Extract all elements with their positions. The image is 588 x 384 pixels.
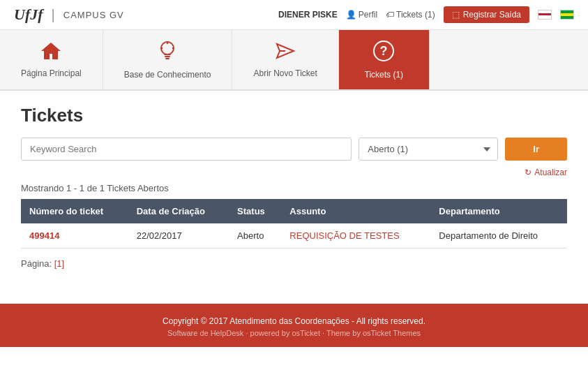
nav-knowledge-label: Base de Conhecimento (124, 70, 211, 80)
lightbulb-icon (158, 40, 177, 67)
pagination: Página: [1] (21, 258, 567, 269)
search-bar: Aberto (1) Todos Ir (21, 138, 567, 161)
home-icon (40, 41, 62, 66)
user-icon: 👤 (346, 10, 356, 20)
tag-icon: 🏷 (386, 10, 394, 20)
page-title: Tickets (21, 105, 567, 126)
svg-text:?: ? (380, 44, 388, 58)
footer-powered-by: Software de HelpDesk · powered by osTick… (14, 329, 574, 337)
subject-link[interactable]: REQUISIÇÃO DE TESTES (289, 230, 399, 241)
perfil-link[interactable]: 👤 Perfil (346, 10, 377, 20)
ticket-number-cell: 499414 (21, 223, 128, 249)
footer: Copyright © 2017 Atendimento das Coorden… (0, 304, 588, 347)
col-department: Departamento (430, 199, 567, 223)
nav-home-label: Página Principal (21, 68, 82, 78)
pagination-label: Página: (21, 258, 52, 269)
nav-item-tickets[interactable]: ? Tickets (1) (339, 30, 430, 89)
col-subject: Assunto (281, 199, 430, 223)
question-icon: ? (372, 40, 395, 67)
logo-area: UfJf | CAMPUS GV (14, 6, 124, 24)
header-right: DIENER PISKE 👤 Perfil 🏷 Tickets (1) ⬚ Re… (278, 6, 574, 23)
nav-bar: Página Principal Base de Conhecimento Ab… (0, 30, 588, 91)
department-cell: Departamento de Direito (430, 223, 567, 249)
tickets-header-link[interactable]: 🏷 Tickets (1) (386, 10, 435, 20)
logo-separator: | (52, 7, 55, 23)
status-select[interactable]: Aberto (1) Todos (359, 138, 498, 161)
nav-item-knowledge[interactable]: Base de Conhecimento (103, 30, 233, 89)
nav-tickets-label: Tickets (1) (365, 70, 404, 80)
col-ticket-number: Número do ticket (21, 199, 128, 223)
tickets-table: Número do ticket Data de Criação Status … (21, 199, 567, 249)
col-date-created: Data de Criação (128, 199, 229, 223)
flag-br-icon[interactable] (560, 10, 574, 20)
pagination-page-1[interactable]: [1] (54, 258, 64, 269)
nav-item-home[interactable]: Página Principal (0, 30, 103, 89)
subject-cell: REQUISIÇÃO DE TESTES (281, 223, 430, 249)
search-input[interactable] (21, 138, 352, 161)
top-header: UfJf | CAMPUS GV DIENER PISKE 👤 Perfil 🏷… (0, 0, 588, 30)
flag-us-icon[interactable] (538, 10, 552, 20)
footer-copyright: Copyright © 2017 Atendimento das Coorden… (14, 316, 574, 326)
refresh-link[interactable]: ↻ Atualizar (21, 168, 567, 177)
table-row: 499414 22/02/2017 Aberto REQUISIÇÃO DE T… (21, 223, 567, 249)
door-icon: ⬚ (452, 10, 460, 20)
main-content: Tickets Aberto (1) Todos Ir ↻ Atualizar … (0, 91, 588, 283)
user-name: DIENER PISKE (278, 10, 338, 20)
table-header-row: Número do ticket Data de Criação Status … (21, 199, 567, 223)
nav-item-new-ticket[interactable]: Abrir Novo Ticket (232, 30, 338, 89)
refresh-icon: ↻ (525, 168, 532, 177)
logo-text: UfJf (14, 6, 43, 24)
nav-new-ticket-label: Abrir Novo Ticket (253, 68, 317, 78)
campus-label: CAMPUS GV (63, 10, 124, 20)
col-status: Status (229, 199, 281, 223)
ticket-number-link[interactable]: 499414 (29, 230, 59, 241)
status-cell: Aberto (229, 223, 281, 249)
date-created-cell: 22/02/2017 (128, 223, 229, 249)
registrar-saida-button[interactable]: ⬚ Registrar Saída (444, 6, 529, 23)
go-button[interactable]: Ir (505, 138, 567, 161)
showing-text: Mostrando 1 - 1 de 1 Tickets Abertos (21, 183, 567, 193)
send-icon (274, 41, 296, 66)
